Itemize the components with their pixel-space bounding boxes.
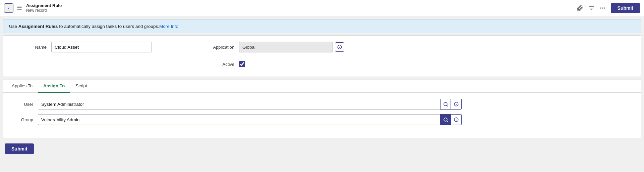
user-label: User — [11, 102, 38, 107]
header-title-block: Assignment Rule New record — [26, 3, 577, 13]
application-label: Application — [199, 45, 239, 50]
application-input — [239, 42, 333, 52]
back-button[interactable]: ‹ — [4, 3, 13, 13]
name-label: Name — [11, 45, 51, 50]
active-checkbox[interactable] — [239, 61, 245, 67]
name-input[interactable] — [51, 42, 152, 52]
group-info-button[interactable] — [451, 114, 462, 125]
user-row: User — [11, 99, 633, 110]
header-actions: Submit — [577, 3, 640, 13]
tab-applies-to[interactable]: Applies To — [6, 80, 38, 93]
filter-button[interactable] — [588, 5, 595, 11]
group-row: Group — [11, 114, 633, 125]
user-search-button[interactable] — [440, 99, 451, 110]
banner-text-bold: Assignment Rules — [18, 24, 58, 29]
info-banner: Use Assignment Rules to automatically as… — [3, 19, 641, 33]
hamburger-icon[interactable]: ☰ — [17, 4, 22, 12]
tab-script[interactable]: Script — [70, 80, 93, 93]
form-columns: Name Application Active — [11, 42, 633, 72]
tabs-container: Applies To Assign To Script User — [3, 80, 641, 138]
footer-submit-button[interactable]: Submit — [5, 143, 34, 154]
svg-point-4 — [602, 7, 603, 8]
svg-point-3 — [600, 7, 601, 8]
form-col-right: Application Active — [199, 42, 344, 72]
active-label: Active — [199, 62, 239, 67]
name-row: Name — [11, 42, 179, 52]
attachment-button[interactable] — [577, 5, 583, 11]
form-col-left: Name — [11, 42, 179, 57]
group-input-wrapper — [38, 114, 633, 125]
user-input[interactable] — [38, 99, 440, 110]
page-title: Assignment Rule — [26, 3, 577, 8]
banner-text-after: to automatically assign tasks to users a… — [58, 24, 159, 29]
svg-line-15 — [447, 121, 448, 122]
tab-assign-to[interactable]: Assign To — [38, 80, 70, 93]
svg-point-5 — [604, 7, 605, 8]
tab-content-assign-to: User Group — [3, 93, 641, 138]
tab-bar: Applies To Assign To Script — [3, 80, 641, 93]
application-row: Application — [199, 42, 344, 52]
banner-text-before: Use — [9, 24, 18, 29]
header-submit-button[interactable]: Submit — [611, 3, 640, 13]
footer: Submit — [0, 141, 644, 157]
svg-line-10 — [447, 105, 448, 106]
application-info-button[interactable] — [335, 42, 344, 52]
banner-more-info-link[interactable]: More Info — [159, 24, 178, 29]
form-area: Name Application Active — [3, 35, 641, 77]
user-input-wrapper — [38, 99, 633, 110]
group-label: Group — [11, 117, 38, 122]
group-input[interactable] — [38, 114, 440, 125]
group-search-button[interactable] — [440, 114, 451, 125]
more-options-button[interactable] — [599, 5, 606, 11]
user-info-button[interactable] — [451, 99, 462, 110]
header: ‹ ☰ Assignment Rule New record Submit — [0, 0, 644, 16]
page-subtitle: New record — [26, 8, 577, 13]
active-row: Active — [199, 61, 344, 67]
